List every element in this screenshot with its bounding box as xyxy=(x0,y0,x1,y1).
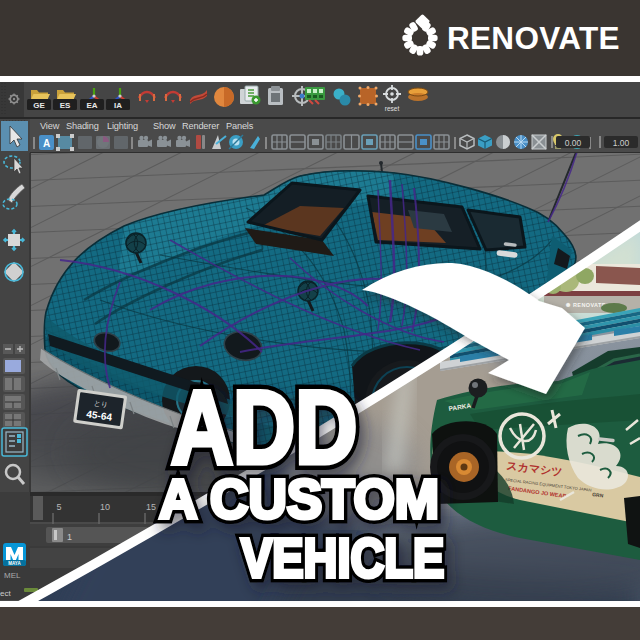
svg-text:A CUSTOM: A CUSTOM xyxy=(159,468,439,529)
svg-text:VEHICLE: VEHICLE xyxy=(241,527,444,588)
